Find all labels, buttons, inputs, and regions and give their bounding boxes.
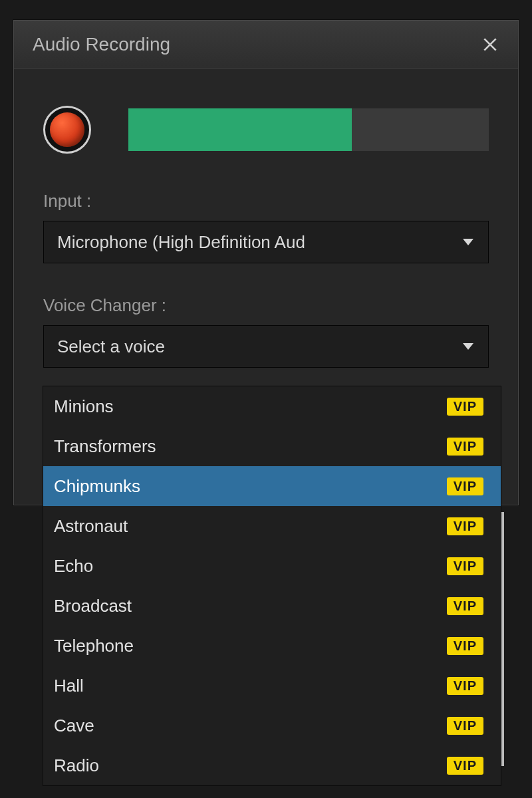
voice-option-label: Cave bbox=[54, 716, 94, 736]
dialog-title: Audio Recording bbox=[33, 34, 170, 55]
vip-badge: VIP bbox=[447, 517, 483, 535]
voice-option-label: Echo bbox=[54, 556, 93, 577]
vip-badge: VIP bbox=[447, 557, 483, 575]
voice-option[interactable]: AstronautVIP bbox=[43, 506, 501, 546]
voice-option[interactable]: TelephoneVIP bbox=[43, 626, 501, 666]
voice-option[interactable]: ChipmunksVIP bbox=[43, 466, 501, 506]
voice-option[interactable]: BroadcastVIP bbox=[43, 586, 501, 626]
vip-badge: VIP bbox=[447, 398, 483, 416]
voice-option-label: Hall bbox=[54, 676, 84, 696]
dialog-titlebar: Audio Recording bbox=[14, 21, 518, 68]
voice-option-label: Radio bbox=[54, 755, 99, 776]
record-row bbox=[43, 106, 489, 154]
voice-option-label: Transformers bbox=[54, 436, 156, 457]
voice-option[interactable]: HallVIP bbox=[43, 666, 501, 706]
vip-badge: VIP bbox=[447, 438, 483, 456]
audio-level-meter bbox=[128, 108, 489, 151]
voice-option-label: Astronaut bbox=[54, 516, 128, 537]
vip-badge: VIP bbox=[447, 717, 483, 735]
input-select[interactable]: Microphone (High Definition Aud bbox=[43, 221, 489, 263]
dialog-body: Input : Microphone (High Definition Aud … bbox=[14, 68, 518, 368]
vip-badge: VIP bbox=[447, 637, 483, 655]
close-button[interactable] bbox=[478, 33, 502, 57]
close-icon bbox=[481, 36, 499, 53]
input-select-value: Microphone (High Definition Aud bbox=[57, 232, 305, 253]
chevron-down-icon bbox=[463, 343, 473, 350]
vip-badge: VIP bbox=[447, 757, 483, 775]
voice-option[interactable]: RadioVIP bbox=[43, 745, 501, 785]
vip-badge: VIP bbox=[447, 477, 483, 495]
chevron-down-icon bbox=[463, 239, 473, 245]
voice-option-label: Chipmunks bbox=[54, 476, 140, 497]
audio-level-fill bbox=[128, 108, 352, 151]
voice-option-label: Telephone bbox=[54, 636, 134, 656]
voice-option[interactable]: EchoVIP bbox=[43, 546, 501, 586]
voice-option[interactable]: TransformersVIP bbox=[43, 426, 501, 466]
record-icon bbox=[50, 112, 84, 147]
voice-changer-label: Voice Changer : bbox=[43, 295, 489, 316]
record-button[interactable] bbox=[43, 106, 91, 154]
voice-changer-dropdown: MinionsVIPTransformersVIPChipmunksVIPAst… bbox=[43, 386, 501, 786]
voice-changer-select-value: Select a voice bbox=[57, 336, 165, 357]
voice-changer-select[interactable]: Select a voice bbox=[43, 325, 489, 368]
vip-badge: VIP bbox=[447, 677, 483, 695]
dropdown-scrollbar[interactable] bbox=[501, 512, 504, 766]
input-label: Input : bbox=[43, 191, 489, 211]
voice-option[interactable]: MinionsVIP bbox=[43, 386, 501, 426]
vip-badge: VIP bbox=[447, 597, 483, 615]
voice-option-label: Minions bbox=[54, 396, 114, 417]
voice-option[interactable]: CaveVIP bbox=[43, 706, 501, 745]
voice-option-label: Broadcast bbox=[54, 596, 132, 616]
